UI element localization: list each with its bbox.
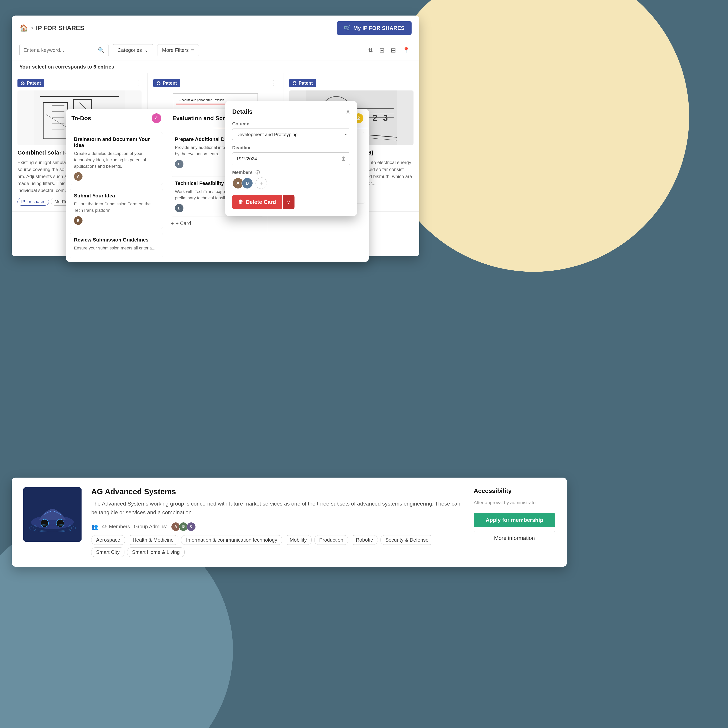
chevron-down-icon: ⌄ xyxy=(144,47,148,53)
grid-view-button[interactable]: ⊞ xyxy=(378,45,386,55)
more-information-button[interactable]: More information xyxy=(474,531,555,545)
column-label: Column xyxy=(232,121,350,127)
search-box[interactable]: 🔍 xyxy=(20,44,109,56)
members-field: Members ⓘ A B + xyxy=(232,170,350,189)
tag-health: Health & Medicine xyxy=(128,535,178,545)
results-count: Your selection corresponds to 6 entries xyxy=(12,61,419,73)
kanban-col-todo: To-Dos 4 Brainstorm and Document Your Id… xyxy=(66,109,167,262)
members-info-icon: ⓘ xyxy=(255,170,260,175)
apply-membership-button[interactable]: Apply for membership xyxy=(474,513,555,527)
avatar-submit: B xyxy=(74,216,83,225)
patent-icon-2: ⚖ xyxy=(156,80,161,86)
patent-badge-3: ⚖ Patent xyxy=(289,79,316,87)
tag-production: Production xyxy=(314,535,348,545)
avatar-stack: A B xyxy=(232,177,251,189)
ag-actions: Accessibility After approval by administ… xyxy=(474,487,555,545)
kanban-card-submit: Submit Your Idea Fill out the Idea Submi… xyxy=(70,189,163,229)
breadcrumb-title: IP FOR SHARES xyxy=(36,24,84,32)
view-icons: ⇅ ⊞ ⊟ 📍 xyxy=(366,45,411,55)
avatar-brainstorm: A xyxy=(74,172,83,181)
cart-icon: 🛒 xyxy=(344,25,350,31)
kanban-card-review: Review Submission Guidelines Ensure your… xyxy=(70,233,163,258)
svg-text:...schutz aus perforierten Tex: ...schutz aus perforierten Textilien xyxy=(179,98,224,101)
ag-tags: Aerospace Health & Medicine Information … xyxy=(91,535,464,557)
more-filters-button[interactable]: More Filters ≡ xyxy=(157,44,199,56)
column-select[interactable]: Development and Prototyping xyxy=(232,128,350,140)
delete-card-button[interactable]: 🗑 Delete Card xyxy=(232,195,282,209)
tag-mobility: Mobility xyxy=(285,535,312,545)
member-avatar-2: B xyxy=(242,177,253,189)
patent-icon-3: ⚖ xyxy=(292,80,297,86)
list-view-button[interactable]: ⊟ xyxy=(389,45,398,55)
accessibility-subtitle: After approval by administrator xyxy=(474,500,555,505)
delete-deadline-button[interactable]: 🗑 xyxy=(341,156,346,162)
panel-toolbar: 🔍 Categories ⌄ More Filters ≡ ⇅ ⊞ ⊟ 📍 xyxy=(12,40,419,61)
details-title: Details xyxy=(232,108,252,115)
deadline-input[interactable]: 19/7/2024 🗑 xyxy=(232,152,350,165)
deadline-label: Deadline xyxy=(232,145,350,150)
categories-dropdown[interactable]: Categories ⌄ xyxy=(113,44,153,56)
add-card-button[interactable]: + + Card xyxy=(171,220,191,226)
ip-shares-tag: IP for shares xyxy=(17,198,49,206)
main-wrapper: 🏠 > IP FOR SHARES 🛒 My IP FOR SHARES 🔍 C… xyxy=(12,15,714,711)
filter-icon: ≡ xyxy=(191,47,194,53)
members-icon: 👥 xyxy=(91,523,98,530)
ag-panel: AG Advanced Systems The Advanced Systems… xyxy=(12,477,567,567)
details-panel: Details ∧ Column Development and Prototy… xyxy=(225,101,357,216)
ag-content: AG Advanced Systems The Advanced Systems… xyxy=(91,487,464,557)
chevron-down-icon: ∨ xyxy=(286,199,291,205)
sort-icon-button[interactable]: ⇅ xyxy=(366,45,375,55)
kanban-card-brainstorm: Brainstorm and Document Your Idea Create… xyxy=(70,132,163,185)
deadline-field: Deadline 19/7/2024 🗑 xyxy=(232,145,350,165)
search-input[interactable] xyxy=(23,47,95,53)
ag-image xyxy=(23,487,81,541)
members-label: Members ⓘ xyxy=(232,170,350,176)
avatar-feasibility: D xyxy=(175,204,184,213)
ag-meta: 👥 45 Members Group Admins: A B C xyxy=(91,522,464,531)
details-close-button[interactable]: ∧ xyxy=(346,108,350,115)
col-header-todo: To-Dos 4 xyxy=(66,109,167,128)
tag-robotic: Robotic xyxy=(351,535,378,545)
card-badge-row-1: ⚖ Patent ⋮ xyxy=(17,79,142,87)
search-icon: 🔍 xyxy=(98,47,105,54)
admin-avatar-3: C xyxy=(187,522,196,531)
ag-desc: The Advanced Systems working group is co… xyxy=(91,500,464,517)
tag-security: Security & Defense xyxy=(381,535,433,545)
breadcrumb: 🏠 > IP FOR SHARES xyxy=(20,24,84,32)
col-title-todo: To-Dos xyxy=(72,115,91,122)
tag-ict: Information & communication technology xyxy=(181,535,282,545)
admin-avatars: A B C xyxy=(171,522,194,531)
svg-point-41 xyxy=(41,519,49,527)
card-badge-row-3: ⚖ Patent ⋮ xyxy=(289,79,413,87)
col-count-todo: 4 xyxy=(151,113,161,123)
patent-badge-1: ⚖ Patent xyxy=(17,79,44,87)
card-menu-button-3[interactable]: ⋮ xyxy=(407,79,413,87)
delete-dropdown-button[interactable]: ∨ xyxy=(283,195,295,209)
accessibility-title: Accessibility xyxy=(474,487,555,494)
details-panel-header: Details ∧ xyxy=(232,108,350,115)
patent-icon-1: ⚖ xyxy=(21,80,25,86)
tag-smart-home: Smart Home & Living xyxy=(127,548,185,557)
members-row: A B + xyxy=(232,177,350,189)
tag-aerospace: Aerospace xyxy=(91,535,125,545)
column-field: Column Development and Prototyping xyxy=(232,121,350,140)
card-menu-button-1[interactable]: ⋮ xyxy=(135,79,142,87)
tag-smart-city: Smart City xyxy=(91,548,124,557)
add-member-button[interactable]: + xyxy=(255,177,267,189)
ag-title: AG Advanced Systems xyxy=(91,487,464,496)
trash-icon: 🗑 xyxy=(238,199,243,205)
breadcrumb-separator: > xyxy=(31,25,34,31)
home-icon: 🏠 xyxy=(20,24,28,32)
panel-header: 🏠 > IP FOR SHARES 🛒 My IP FOR SHARES xyxy=(12,15,419,40)
card-badge-row-2: ⚖ Patent ⋮ xyxy=(153,79,277,87)
avatar-docs: C xyxy=(175,160,184,168)
plus-icon: + xyxy=(171,220,174,226)
map-view-button[interactable]: 📍 xyxy=(401,45,411,55)
svg-point-42 xyxy=(56,519,64,527)
card-menu-button-2[interactable]: ⋮ xyxy=(271,79,277,87)
delete-btn-group: 🗑 Delete Card ∨ xyxy=(232,195,350,209)
patent-badge-2: ⚖ Patent xyxy=(153,79,180,87)
my-ip-shares-button[interactable]: 🛒 My IP FOR SHARES xyxy=(337,21,411,35)
